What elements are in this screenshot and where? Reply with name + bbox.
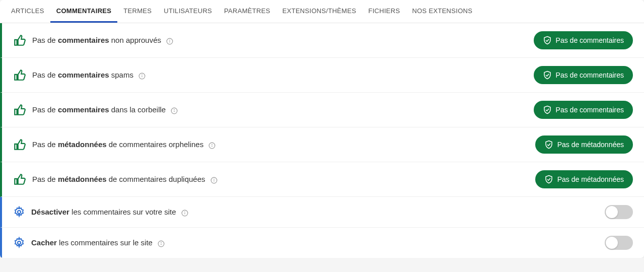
text-suffix: dans la corbeille — [109, 105, 166, 114]
text-suffix: de commentaires dupliquées — [107, 175, 205, 183]
tab-parametres[interactable]: PARAMÈTRES — [218, 0, 276, 23]
text-bold: métadonnées — [58, 175, 107, 183]
info-icon[interactable] — [181, 210, 188, 217]
svg-point-19 — [18, 241, 21, 244]
thumbs-up-icon — [13, 138, 26, 151]
svg-point-8 — [174, 109, 175, 110]
svg-point-2 — [170, 40, 170, 40]
info-icon[interactable] — [210, 177, 218, 184]
row-text: Pas de métadonnées de commentaires dupli… — [32, 175, 218, 183]
row-left: Pas de commentaires spams — [13, 69, 146, 82]
text-bold: commentaires — [58, 105, 109, 114]
status-row-trash-comments: Pas de commentaires dans la corbeille Pa… — [0, 93, 644, 127]
text-bold: Désactiver — [31, 208, 69, 216]
toggle-knob — [606, 237, 618, 249]
badge-label: Pas de commentaires — [556, 106, 624, 114]
shield-check-icon — [544, 175, 553, 184]
row-text: Cacher les commentaires sur le site — [31, 238, 165, 247]
badge-label: Pas de commentaires — [556, 71, 624, 79]
text-suffix: non approuvés — [109, 36, 161, 44]
text-suffix: spams — [109, 71, 133, 79]
tab-termes[interactable]: TERMES — [117, 0, 158, 23]
row-left: Pas de métadonnées de commentaires orphe… — [13, 138, 216, 151]
toggle-knob — [606, 206, 618, 218]
svg-point-18 — [185, 212, 185, 212]
thumbs-up-icon — [13, 34, 26, 47]
setting-row-hide-comments: Cacher les commentaires sur le site — [0, 228, 644, 258]
status-badge: Pas de commentaires — [534, 66, 633, 84]
info-icon[interactable] — [208, 142, 216, 149]
text-prefix: Pas de — [32, 36, 58, 44]
row-left: Pas de commentaires dans la corbeille — [13, 103, 178, 116]
info-icon[interactable] — [138, 73, 146, 80]
svg-point-11 — [212, 144, 212, 145]
svg-point-5 — [142, 75, 142, 75]
toggle-hide-comments[interactable] — [605, 236, 633, 250]
thumbs-up-icon — [13, 103, 26, 116]
status-badge: Pas de commentaires — [534, 101, 633, 119]
tab-bar: ARTICLES COMMENTAIRES TERMES UTILISATEUR… — [0, 0, 644, 23]
tab-articles[interactable]: ARTICLES — [5, 0, 50, 23]
info-icon[interactable] — [166, 38, 173, 45]
info-icon[interactable] — [158, 240, 165, 247]
tab-extensions[interactable]: EXTENSIONS/THÈMES — [276, 0, 363, 23]
text-prefix: Pas de — [32, 175, 58, 183]
text-prefix: Pas de — [32, 105, 58, 114]
row-left: Pas de métadonnées de commentaires dupli… — [13, 173, 218, 186]
gear-icon — [13, 206, 25, 218]
text-bold: commentaires — [58, 71, 109, 79]
text-suffix: de commentaires orphelines — [107, 140, 204, 149]
row-left: Pas de commentaires non approuvés — [13, 34, 173, 47]
gear-icon — [13, 237, 25, 249]
text-bold: métadonnées — [58, 140, 107, 149]
status-row-orphan-meta: Pas de métadonnées de commentaires orphe… — [0, 127, 644, 162]
text-suffix: les commentaires sur votre site — [69, 208, 176, 216]
svg-point-22 — [161, 242, 162, 243]
row-text: Pas de métadonnées de commentaires orphe… — [32, 140, 216, 149]
text-prefix: Pas de — [32, 140, 58, 149]
shield-check-icon — [544, 140, 553, 149]
tab-fichiers[interactable]: FICHIERS — [362, 0, 406, 23]
svg-point-15 — [18, 211, 21, 214]
row-text: Pas de commentaires non approuvés — [32, 36, 173, 44]
text-prefix: Pas de — [32, 71, 58, 79]
shield-check-icon — [543, 36, 552, 45]
info-icon[interactable] — [171, 107, 178, 114]
text-bold: Cacher — [31, 238, 57, 247]
row-left: Désactiver les commentaires sur votre si… — [13, 206, 188, 218]
status-row-duplicate-meta: Pas de métadonnées de commentaires dupli… — [0, 162, 644, 197]
status-row-spam-comments: Pas de commentaires spams Pas de comment… — [0, 58, 644, 93]
setting-row-disable-comments: Désactiver les commentaires sur votre si… — [0, 197, 644, 228]
status-badge: Pas de commentaires — [534, 31, 633, 49]
row-left: Cacher les commentaires sur le site — [13, 237, 165, 249]
thumbs-up-icon — [13, 173, 26, 186]
svg-point-14 — [213, 179, 214, 179]
text-suffix: les commentaires sur le site — [57, 238, 153, 247]
badge-label: Pas de métadonnées — [557, 141, 624, 149]
status-badge: Pas de métadonnées — [535, 135, 633, 154]
toggle-disable-comments[interactable] — [605, 205, 633, 219]
badge-label: Pas de métadonnées — [557, 175, 624, 183]
tab-commentaires[interactable]: COMMENTAIRES — [50, 0, 118, 23]
tab-utilisateurs[interactable]: UTILISATEURS — [158, 0, 218, 23]
tab-nos-extensions[interactable]: NOS EXTENSIONS — [406, 0, 478, 23]
status-row-unapproved-comments: Pas de commentaires non approuvés Pas de… — [0, 23, 644, 58]
main-panel: ARTICLES COMMENTAIRES TERMES UTILISATEUR… — [0, 0, 644, 258]
row-text: Désactiver les commentaires sur votre si… — [31, 208, 188, 216]
row-text: Pas de commentaires spams — [32, 71, 146, 79]
thumbs-up-icon — [13, 69, 26, 82]
status-badge: Pas de métadonnées — [535, 170, 633, 188]
row-text: Pas de commentaires dans la corbeille — [32, 105, 178, 114]
shield-check-icon — [543, 105, 552, 114]
shield-check-icon — [543, 71, 552, 80]
badge-label: Pas de commentaires — [556, 36, 624, 44]
text-bold: commentaires — [58, 36, 109, 44]
